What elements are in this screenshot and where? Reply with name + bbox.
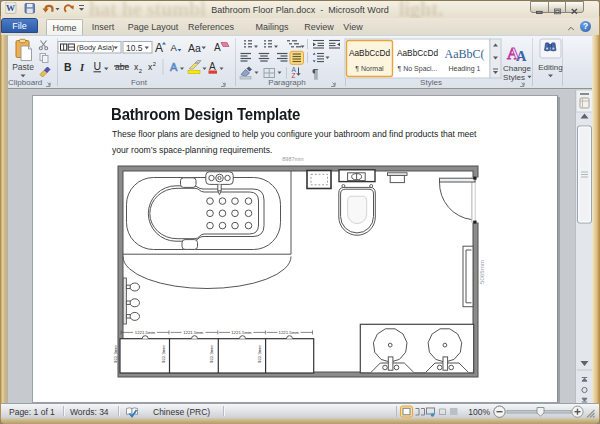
svg-text:AaBbCcDd: AaBbCcDd [397,48,438,58]
svg-text:922.3mm: 922.3mm [161,345,166,363]
svg-text:Change: Change [503,64,532,73]
svg-text:100%: 100% [468,407,490,417]
svg-text:Editing: Editing [538,63,562,72]
svg-text:Paste: Paste [12,62,34,72]
svg-text:922.3mm: 922.3mm [209,345,214,363]
svg-text:1221.5mm: 1221.5mm [231,330,252,335]
svg-text:A: A [155,41,163,55]
svg-text:Heading 1: Heading 1 [449,65,481,73]
svg-text:A: A [214,42,221,53]
svg-text:1221.5mm: 1221.5mm [279,330,300,335]
svg-text:8987mm: 8987mm [282,156,304,162]
svg-text:922.3mm: 922.3mm [257,345,262,363]
svg-text:2: 2 [139,68,142,74]
svg-text:1221.5mm: 1221.5mm [183,330,204,335]
svg-text:¶ Normal: ¶ Normal [355,65,384,72]
svg-text:A: A [516,48,527,64]
svg-text:AaBbCcDd: AaBbCcDd [349,48,390,58]
svg-text:Styles: Styles [503,73,525,82]
svg-text:B: B [64,61,72,73]
svg-text:10.5: 10.5 [126,43,143,53]
svg-text:W: W [6,3,15,13]
svg-text:Z: Z [292,72,296,79]
svg-text:¶ No Spaci...: ¶ No Spaci... [398,65,438,73]
svg-text:1221.5mm: 1221.5mm [135,330,156,335]
svg-text:A: A [209,61,216,72]
svg-text:A: A [171,42,178,53]
svg-text:I: I [79,62,85,73]
svg-text:2: 2 [153,61,156,67]
svg-text:¶: ¶ [312,67,318,81]
svg-text:A: A [170,61,178,73]
svg-text:922.3mm: 922.3mm [113,345,118,363]
svg-text:U: U [94,60,102,72]
svg-text:AaBbC(: AaBbC( [445,47,485,61]
svg-text:Aa: Aa [188,42,201,54]
svg-text:(Body Asia): (Body Asia) [77,43,115,52]
svg-text:5065mm: 5065mm [478,260,485,284]
